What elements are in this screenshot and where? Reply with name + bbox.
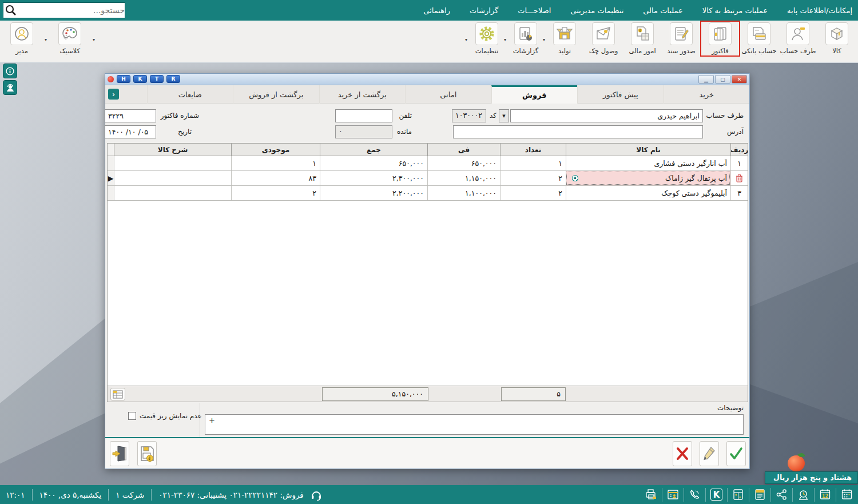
k-shortcut-button[interactable]: K: [709, 487, 724, 502]
toolbar-settings-button[interactable]: ▾ تنظیمات: [468, 22, 505, 55]
menu-item-goods-operations[interactable]: عملیات مرتبط به کالا: [702, 6, 768, 15]
address-input[interactable]: [453, 125, 703, 138]
menu-item-financial-operations[interactable]: عملیات مالی: [643, 6, 683, 15]
menu-item-base-info[interactable]: إمكانات/اطلاعات پایه: [787, 6, 852, 15]
titlebar-h-button[interactable]: H: [117, 75, 130, 83]
sales-phone: ۰۲۱-۲۲۲۲۱۱۴۲: [229, 490, 277, 499]
note-button[interactable]: [752, 487, 768, 502]
titlebar-k-button[interactable]: K: [133, 75, 147, 83]
toolbar-label: طرف حساب: [780, 47, 816, 55]
app-icon: [108, 76, 114, 82]
svg-text:12: 12: [822, 494, 828, 499]
share-button[interactable]: [774, 487, 789, 502]
tab-sales-return[interactable]: برگشت از فروش: [233, 85, 319, 104]
col-header-stock[interactable]: موجودی: [231, 144, 320, 156]
search-input[interactable]: [18, 6, 125, 15]
toolbar-customer-button[interactable]: طرف حساب: [780, 22, 816, 55]
close-button[interactable]: ✕: [732, 75, 747, 84]
toolbar-finance-button[interactable]: $ امور مالی: [624, 22, 661, 55]
total-quantity-box: ۵: [501, 387, 566, 401]
calendar-grid-button[interactable]: [839, 487, 855, 502]
menu-item-management-settings[interactable]: تنظیمات مدیریتی: [570, 6, 623, 15]
description-cell: [114, 171, 231, 185]
dropdown-caret-icon[interactable]: ▾: [93, 37, 95, 42]
status-phones: فروش: ۰۲۱-۲۲۲۲۱۱۴۲ پشتیبانی: ۰۲۱-۲۳۰۶۷: [158, 490, 304, 499]
col-header-row-number[interactable]: ردیف: [730, 144, 748, 156]
quantity-cell: ۱: [500, 156, 566, 170]
confirm-button[interactable]: [726, 441, 746, 466]
col-header-item-name[interactable]: نام کالا: [566, 144, 730, 156]
table-row[interactable]: ۳ آبلیموگیر دستی کوچک ۲ ۱,۱۰۰,۰۰۰ ۲,۲۰۰,…: [108, 186, 748, 201]
account-dropdown-button[interactable]: ▼: [499, 109, 509, 122]
tab-scroll-button[interactable]: ‹: [108, 89, 119, 100]
toolbar-bank-account-button[interactable]: حساب بانکی: [741, 22, 777, 55]
table-row[interactable]: ۱ آب انارگیر دستی فشاری ۱ ۶۵۰,۰۰۰ ۶۵۰,۰۰…: [108, 156, 748, 171]
toolbar-label: گزارشات: [513, 47, 539, 55]
toolbar-invoice-button[interactable]: فاکتور: [702, 22, 738, 55]
phone-button[interactable]: [687, 487, 702, 502]
notes-textarea[interactable]: [205, 414, 744, 435]
edit-button[interactable]: [700, 441, 719, 466]
toolbar-issue-document-button[interactable]: صدور سند: [663, 22, 700, 55]
hide-price-detail-checkbox[interactable]: عدم نمایش ریز قیمت: [128, 412, 202, 420]
col-header-total[interactable]: جمع: [320, 144, 427, 156]
col-header-quantity[interactable]: تعداد: [500, 144, 566, 156]
invoice-no-input[interactable]: [105, 109, 156, 122]
col-header-description[interactable]: شرح کالا: [114, 144, 231, 156]
maximize-button[interactable]: ▢: [715, 75, 730, 84]
tab-proforma[interactable]: پیش فاکتور: [577, 85, 664, 104]
row-number-cell: [730, 171, 748, 185]
toolbar-label: حساب بانکی: [741, 47, 776, 55]
menu-item-corrections[interactable]: اصلاحـــات: [518, 6, 551, 15]
toolbar-admin-button[interactable]: ▾ مدیر: [3, 22, 40, 55]
calculator-button[interactable]: [730, 487, 746, 502]
exit-door-icon: [112, 445, 127, 462]
toolbar-goods-button[interactable]: کالا: [819, 22, 855, 55]
grid-options-button[interactable]: [110, 388, 125, 400]
calendar-12-button[interactable]: 12: [817, 487, 833, 502]
tab-consignment[interactable]: امانی: [405, 85, 491, 104]
toolbar-theme-button[interactable]: ▾ کلاسیک: [51, 22, 88, 55]
window-titlebar[interactable]: H K T R ▁ ▢ ✕: [105, 74, 749, 85]
menu-bar: إمكانات/اطلاعات پایه عملیات مرتبط به کال…: [0, 0, 858, 21]
user-icon: [10, 22, 33, 45]
reports-icon: [514, 22, 537, 45]
support-side-button[interactable]: [3, 80, 17, 95]
col-header-unit-price[interactable]: فی: [427, 144, 500, 156]
item-name-cell: آبلیموگیر دستی کوچک: [570, 189, 727, 197]
dropdown-caret-icon[interactable]: ▾: [465, 37, 467, 42]
exit-button[interactable]: [110, 441, 129, 466]
dropdown-caret-icon[interactable]: ▾: [45, 37, 47, 42]
menu-item-help[interactable]: راهنمائی: [423, 6, 450, 15]
quantity-cell: ۲: [500, 186, 566, 200]
table-icon: [113, 390, 123, 399]
save-button[interactable]: [137, 441, 157, 466]
tab-purchase-return[interactable]: برگشت از خرید: [319, 85, 406, 104]
checkbox-icon[interactable]: [128, 412, 136, 420]
toolbar-check-receive-button[interactable]: وصول چک: [585, 22, 622, 55]
delete-row-icon[interactable]: [736, 174, 743, 182]
tab-sales[interactable]: فروش: [491, 85, 578, 104]
table-row-selected[interactable]: آب پرتقال گیر زاماک ۲ ۱,۱۵۰,۰۰۰ ۲,۳۰۰,۰۰…: [108, 171, 748, 186]
menu-item-reports[interactable]: گزارشات: [470, 6, 498, 15]
eye-icon[interactable]: [572, 175, 578, 181]
search-box[interactable]: [3, 2, 125, 18]
info-side-button[interactable]: [3, 64, 17, 78]
calendar-contact-button[interactable]: [665, 487, 681, 502]
fax-printer-button[interactable]: [644, 487, 659, 502]
orange-fruit-image: [788, 453, 806, 471]
titlebar-r-button[interactable]: R: [166, 75, 180, 83]
account-input[interactable]: [510, 109, 703, 122]
titlebar-t-button[interactable]: T: [150, 75, 164, 83]
phone-input[interactable]: [335, 109, 392, 122]
minimize-button[interactable]: ▁: [698, 75, 714, 84]
tab-waste[interactable]: ضایعات: [147, 85, 233, 104]
date-input[interactable]: [105, 125, 156, 138]
cancel-button[interactable]: [673, 441, 692, 466]
support-phone: ۰۲۱-۲۳۰۶۷: [158, 490, 194, 499]
toolbar-label: تنظیمات: [475, 47, 499, 55]
toolbar-production-button[interactable]: ▾ تولید: [546, 22, 583, 55]
toolbar-reports-button[interactable]: ▾ گزارشات: [507, 22, 544, 55]
tab-purchase[interactable]: خرید: [664, 85, 750, 104]
reminder-button[interactable]: [796, 487, 811, 502]
